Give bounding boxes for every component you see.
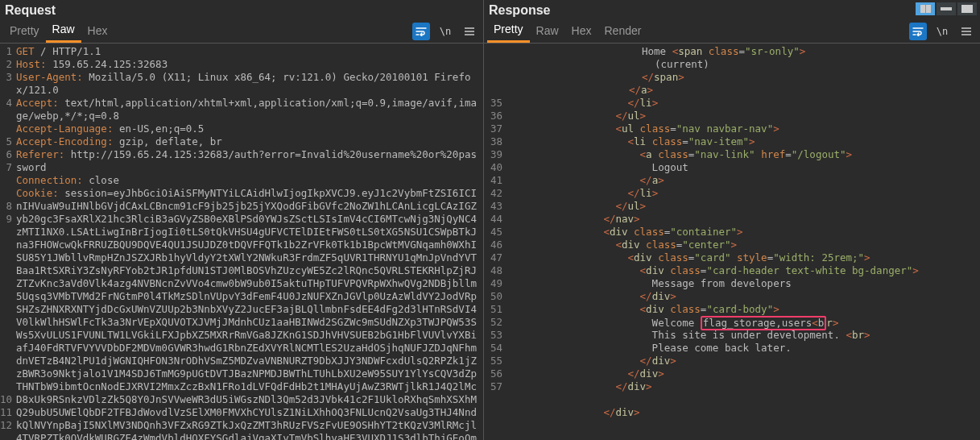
tab-render-r[interactable]: Render: [598, 21, 648, 42]
tab-raw[interactable]: Raw: [46, 19, 81, 43]
request-editor[interactable]: 123456789101112 GET / HTTP/1.1Host: 159.…: [0, 44, 483, 440]
request-title: Request: [0, 0, 483, 19]
request-tabs: Pretty Raw Hex \n: [0, 19, 483, 44]
menu-icon[interactable]: [461, 23, 478, 40]
request-gutter: 123456789101112: [0, 44, 14, 440]
menu-icon-r[interactable]: [957, 23, 975, 40]
wrap-icon-r[interactable]: [909, 23, 927, 40]
layout-single-icon[interactable]: [957, 2, 977, 15]
response-tabs: Pretty Raw Hex Render \n: [484, 19, 980, 44]
newline-icon[interactable]: \n: [436, 23, 454, 40]
wrap-icon[interactable]: [412, 23, 430, 40]
tab-hex-r[interactable]: Hex: [565, 21, 598, 42]
response-title: Response: [484, 0, 980, 19]
response-pane: Response Pretty Raw Hex Render \n 353637…: [484, 0, 980, 440]
newline-icon-r[interactable]: \n: [933, 23, 951, 40]
layout-split-icon[interactable]: [916, 2, 935, 15]
layout-stack-icon[interactable]: [937, 2, 956, 15]
response-code[interactable]: Home <span class="sr-only">(current)</sp…: [505, 44, 980, 440]
response-editor[interactable]: 3536373839404142434445464748495051525354…: [484, 44, 980, 440]
tab-hex[interactable]: Hex: [81, 21, 114, 42]
layout-buttons: [916, 2, 977, 15]
tab-pretty[interactable]: Pretty: [3, 21, 46, 42]
request-pane: Request Pretty Raw Hex \n 12345678910111…: [0, 0, 484, 440]
response-gutter: 3536373839404142434445464748495051525354…: [484, 44, 505, 440]
tab-pretty-r[interactable]: Pretty: [487, 19, 530, 43]
tab-raw-r[interactable]: Raw: [530, 21, 565, 42]
request-code[interactable]: GET / HTTP/1.1Host: 159.65.24.125:32683U…: [14, 44, 483, 440]
